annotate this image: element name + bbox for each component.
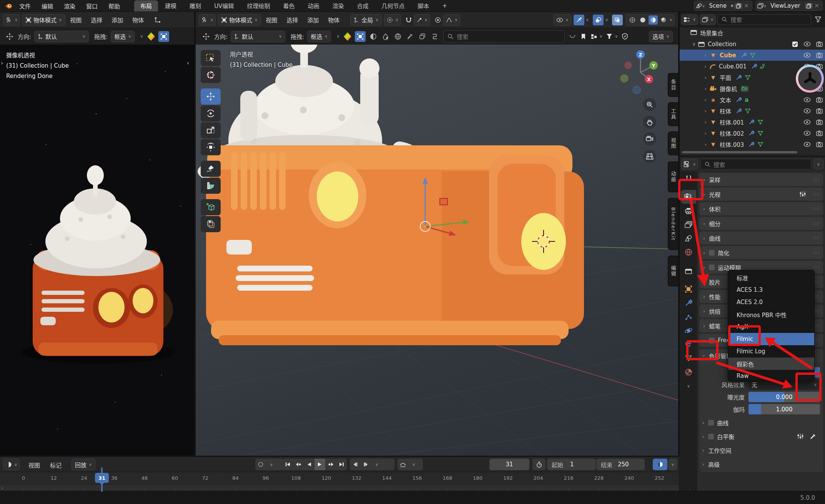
previous-keyframe-button[interactable] [293,459,304,470]
properties-tab-particles[interactable] [681,310,696,324]
outliner-row-scene-collection[interactable]: 场景集合 [680,27,825,38]
panel-grip[interactable]: ∷∷ [813,236,819,241]
shading-rendered-icon[interactable] [659,15,668,25]
sidebar-tab-视图[interactable]: 视图 [668,131,678,155]
outliner-row-柱体.001[interactable]: ›▼柱体.001 [680,116,825,128]
active-tool-select-box-icon[interactable] [158,31,169,42]
expand-caret[interactable]: › [703,52,708,58]
sync-render-icon[interactable] [653,459,667,470]
row-label[interactable]: 柱体 [720,107,731,115]
hide-eye-icon[interactable] [803,108,811,113]
stopwatch-icon[interactable] [532,459,546,470]
viewport-menu-选择[interactable]: 选择 [86,16,107,24]
topbar-menu-文件[interactable]: 文件 [14,2,36,10]
checkbox[interactable] [708,434,714,439]
modifier-wrench-icon[interactable] [751,63,757,69]
timeline-menu-view[interactable]: 视图 [24,461,45,469]
sidebar-tab-编辑[interactable]: 编辑 [668,256,678,286]
drag-dropdown-main[interactable]: 框选∨ [307,31,331,42]
modifier-wrench-icon[interactable] [748,141,754,147]
shield-verified-icon[interactable] [619,31,630,42]
bk-nodegroups-icon[interactable] [429,31,440,42]
expand-caret[interactable]: › [703,141,708,147]
pin-icon[interactable]: ⌖ [730,2,734,9]
gamma-slider[interactable]: 1.000 [748,404,820,414]
falloff-dropdown[interactable]: ∨ [443,14,460,26]
shading-wireframe-icon[interactable] [628,15,637,25]
modifier-wrench-icon[interactable] [736,97,742,103]
viewport-main-canvas[interactable]: 用户透视 (31) Collection | Cube Z Y X [196,45,678,456]
editor-type-button[interactable]: ∨ [3,14,20,26]
filter-funnel-icon[interactable] [813,14,823,25]
panel-grip[interactable]: ∷∷ [813,265,819,270]
row-label[interactable]: 柱体.002 [720,129,744,137]
properties-tab-material[interactable] [681,365,696,379]
properties-search-input[interactable]: 搜索 [700,159,811,170]
panel-grip[interactable]: ∷∷ [813,221,819,226]
sidebar-tab-条目[interactable]: 条目 [668,73,678,97]
overlays-toggle-icon[interactable] [593,15,604,25]
subpanel-曲线[interactable]: ›曲线 [702,417,820,428]
outliner-row-文本[interactable]: ›a文本a [680,94,825,105]
mode-selector-left[interactable]: 物体模式∨ [22,14,65,26]
snap-magnet-icon[interactable] [403,15,414,25]
modifier-wrench-icon[interactable] [741,52,747,58]
outliner-row-柱体[interactable]: ›▼柱体 [680,105,825,116]
gradient-icon[interactable] [343,32,352,41]
viewport-menu-添加[interactable]: 添加 [303,16,323,24]
workspace-tab-合成[interactable]: 合成 [351,0,374,12]
scene-selector[interactable]: ∨ Scene ⌖ ✕ [694,1,752,11]
new-viewlayer-button[interactable] [805,3,813,9]
rotate-tool-button[interactable] [201,105,221,121]
panel-曲线[interactable]: ›曲线∷∷ [699,231,823,245]
workspace-tab-动画[interactable]: 动画 [301,0,325,12]
timeline-ruler[interactable]: 31 0122436486072849610812013214415616818… [0,472,679,484]
workspace-tab-建模[interactable]: 建模 [159,0,183,12]
transform-orientation-dropdown[interactable]: 全局∨ [350,14,382,26]
collapse-chevron[interactable]: ∨ [140,34,143,39]
sidebar-tab-工具[interactable]: 工具 [668,102,678,126]
preview-chevron[interactable]: ∨ [408,459,419,470]
row-label[interactable]: 文本 [720,96,731,104]
bk-models-icon[interactable] [368,31,379,42]
add-workspace-button[interactable]: + [436,1,453,11]
gizmos-toggle-icon[interactable] [574,15,584,25]
modifier-wrench-icon[interactable] [748,119,754,125]
expand-caret[interactable]: › [703,130,708,136]
viewport-menu-选择[interactable]: 选择 [282,16,303,24]
disable-render-icon[interactable] [816,52,823,58]
properties-options-chevron[interactable]: ∨ [813,159,823,170]
properties-tab-view-layer[interactable] [681,218,696,231]
bk-materials-icon[interactable] [380,31,391,42]
hide-eye-icon[interactable] [803,53,811,58]
expand-channel-arrow[interactable]: › [2,486,3,491]
unlink-scene-icon[interactable]: ✕ [742,2,750,9]
modifier-wrench-icon[interactable] [748,130,754,136]
properties-tab-physics[interactable] [681,324,696,338]
xray-toggle-icon[interactable] [612,15,623,25]
hide-eye-icon[interactable] [803,42,811,47]
proportional-editing-icon[interactable] [432,15,443,25]
properties-tab-object[interactable] [681,282,696,296]
disable-render-icon[interactable] [816,130,823,136]
orientation-dropdown-main[interactable]: 默认∨ [231,31,285,42]
expand-caret[interactable]: › [703,75,708,80]
filter-dropdown-chevron[interactable]: ∨ [615,34,618,39]
new-scene-button[interactable] [735,3,742,9]
asset-layout-icon[interactable] [589,31,599,42]
gradient-icon[interactable] [147,32,155,41]
sync-chevron[interactable]: ∨ [668,459,677,470]
viewlayer-name[interactable]: ViewLayer [767,2,804,9]
annotate-tool-button[interactable] [201,161,221,177]
disable-render-icon[interactable] [816,41,823,47]
snap-settings-dropdown[interactable]: ∨ [414,14,430,26]
outliner-row-柱体.002[interactable]: ›▼柱体.002 [680,128,825,139]
play-reverse-button[interactable] [304,459,314,470]
menu-item-假彩色[interactable]: 假彩色 [728,358,814,370]
expand-toolbar-arrow[interactable]: › [1,59,3,67]
shading-solid-icon[interactable] [638,15,647,25]
properties-tab-collection[interactable] [681,264,696,278]
camera-data-icon[interactable] [741,86,748,92]
mode-selector-main[interactable]: 物体模式∨ [218,14,261,26]
curve-falloff-icon[interactable] [567,31,578,42]
